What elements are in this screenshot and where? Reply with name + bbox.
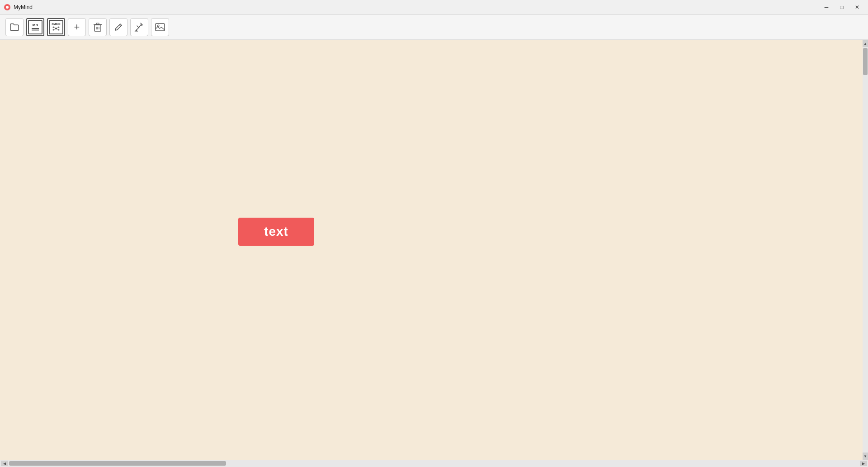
app-title: MyMind bbox=[14, 4, 819, 10]
window-controls: ─ □ ✕ bbox=[819, 2, 864, 12]
delete-button[interactable] bbox=[89, 18, 107, 36]
canvas-area[interactable]: text ▲ ▼ bbox=[0, 40, 868, 460]
svg-rect-18 bbox=[156, 24, 165, 31]
scrollbar-right: ▲ ▼ bbox=[863, 40, 868, 460]
scrollbar-bottom: ◀ ▶ bbox=[0, 460, 868, 467]
svg-point-8 bbox=[53, 29, 54, 31]
md-label: MD bbox=[33, 24, 38, 27]
canvas-inner: text bbox=[0, 40, 863, 460]
add-icon: + bbox=[74, 22, 80, 32]
image-button[interactable] bbox=[151, 18, 169, 36]
svg-point-9 bbox=[58, 27, 60, 28]
scroll-down-arrow[interactable]: ▼ bbox=[863, 453, 868, 460]
svg-rect-13 bbox=[96, 23, 99, 24]
open-folder-button[interactable] bbox=[5, 18, 24, 36]
text-node-label: text bbox=[264, 224, 288, 239]
toolbar: MD XMIND + bbox=[0, 14, 868, 40]
clear-button[interactable] bbox=[130, 18, 148, 36]
svg-line-17 bbox=[119, 25, 121, 26]
maximize-button[interactable]: □ bbox=[835, 2, 849, 12]
text-node[interactable]: text bbox=[238, 218, 314, 246]
scroll-thumb-right[interactable] bbox=[863, 48, 868, 75]
xmind-label: XMIND bbox=[52, 23, 60, 25]
edit-button[interactable] bbox=[109, 18, 127, 36]
svg-point-19 bbox=[157, 25, 159, 27]
app-icon bbox=[4, 4, 11, 11]
add-button[interactable]: + bbox=[68, 18, 86, 36]
title-bar: MyMind ─ □ ✕ bbox=[0, 0, 868, 14]
scroll-left-arrow[interactable]: ◀ bbox=[1, 461, 8, 466]
scroll-right-arrow[interactable]: ▶ bbox=[860, 461, 867, 466]
close-button[interactable]: ✕ bbox=[850, 2, 864, 12]
new-xmind-button[interactable]: XMIND bbox=[47, 18, 65, 36]
minimize-button[interactable]: ─ bbox=[819, 2, 834, 12]
scroll-thumb-bottom[interactable] bbox=[9, 461, 226, 466]
scroll-up-arrow[interactable]: ▲ bbox=[863, 40, 868, 47]
svg-point-1 bbox=[6, 6, 9, 9]
svg-point-10 bbox=[58, 29, 60, 31]
new-md-button[interactable]: MD bbox=[26, 18, 44, 36]
svg-point-7 bbox=[53, 27, 54, 28]
